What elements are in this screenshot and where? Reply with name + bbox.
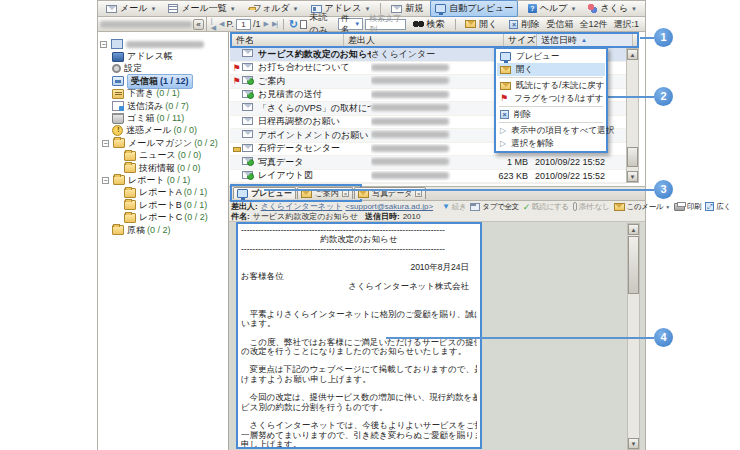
context-menu-item[interactable]: ▷ 表示中の項目をすべて選択	[497, 124, 605, 137]
scroll-up-button[interactable]: ▲	[628, 224, 639, 235]
toolbar-menu-icon	[168, 4, 178, 13]
folder-label: ニュース(0 / 0)	[139, 149, 201, 162]
search-input[interactable]: 検索文字列	[365, 19, 405, 30]
annotation-box-4: ----------------------------------------…	[236, 222, 482, 449]
last-page-button[interactable]: ▶|	[271, 20, 278, 28]
auto-preview-toggle[interactable]: 自動プレビュー	[430, 0, 518, 17]
sender-blurred	[371, 172, 449, 179]
message-row[interactable]: 写真データ 1 MB 2010/09/22 15:52	[230, 156, 626, 170]
toolbar-menu-button[interactable]: メール一覧 ▼	[163, 0, 240, 17]
folder-label: 迷惑メール(0 / 0)	[126, 124, 197, 137]
folder-label: レポートC(0 / 2)	[139, 211, 208, 224]
message-subject: 「さくらのVPS」の取材について	[258, 102, 371, 115]
page-number-input[interactable]: 1	[236, 19, 251, 30]
delete-mail-button[interactable]: × 削除	[504, 16, 544, 33]
callout-circle-1: 1	[654, 28, 673, 47]
folder-type-icon	[124, 200, 136, 210]
scroll-thumb[interactable]	[628, 236, 639, 294]
sidebar-folder-item[interactable]: レポートC(0 / 2)	[100, 211, 228, 223]
sidebar-folder-item[interactable]: ゴミ箱(0 / 11)	[100, 112, 228, 124]
message-action-button[interactable]: ▼ 続き	[442, 202, 466, 212]
message-action-icon	[470, 203, 480, 211]
new-mail-label: 新規	[405, 2, 423, 15]
sidebar-folder-item[interactable]: 受信箱(1 / 12)	[100, 75, 228, 87]
sidebar-folder-item[interactable]: レポートB(0 / 1)	[100, 199, 228, 211]
first-page-button[interactable]: |◀	[210, 17, 216, 32]
message-action-button[interactable]: ✓ 既読にする	[523, 202, 569, 212]
sidebar-folder-item[interactable]: 迷惑メール(0 / 0)	[100, 125, 228, 137]
body-line	[241, 384, 477, 393]
unread-only-checkbox[interactable]	[300, 20, 307, 29]
menu-item-label: 選択を解除	[511, 138, 554, 150]
message-action-icon: ✓	[523, 202, 530, 212]
scroll-up-button[interactable]: ▲	[627, 49, 638, 60]
body-line: ビス別の約款に分割を行うものです。	[241, 403, 477, 412]
close-tab-icon[interactable]: ×	[342, 190, 349, 197]
message-action-icon: ▼	[442, 202, 450, 211]
date-label: 送信日時:	[365, 211, 400, 222]
context-menu-item[interactable]: プレビュー	[497, 50, 605, 63]
envelope-icon	[242, 130, 253, 138]
search-button[interactable]: 検索	[408, 16, 450, 33]
sidebar-folder-item[interactable]: 原稿(0 / 2)	[100, 224, 228, 236]
sidebar-folder-item[interactable]: アドレス帳	[100, 50, 228, 62]
next-page-button[interactable]: ▶	[263, 20, 269, 28]
message-size: 1 MB	[495, 157, 531, 167]
refresh-icon[interactable]: ↻	[289, 19, 298, 30]
callout-circle-2: 2	[654, 87, 673, 106]
account-root-node[interactable]: −	[100, 38, 228, 50]
attachment-folder-icon	[233, 147, 241, 152]
scroll-thumb[interactable]	[627, 147, 638, 167]
help-menu-button[interactable]: ? ヘルプ ▼	[523, 0, 582, 17]
context-menu-item[interactable]: × 削除	[497, 108, 605, 121]
message-action-button[interactable]: タブで全文	[470, 202, 519, 212]
open-mail-icon	[465, 20, 476, 28]
close-tab-icon[interactable]: ×	[415, 190, 422, 197]
sidebar-folder-item[interactable]: ニュース(0 / 0)	[100, 150, 228, 162]
sakura-menu-button[interactable]: さくら ▼	[583, 0, 642, 17]
message-action-button[interactable]: ⤢ 広く	[705, 202, 731, 212]
context-menu-item[interactable]: ⚑ フラグをつける/はずす	[497, 92, 605, 105]
column-header-date[interactable]: 送信日時 ▲	[537, 34, 633, 46]
tree-collapse-toggle[interactable]: −	[102, 177, 109, 184]
message-action-button[interactable]: 印刷	[674, 202, 701, 212]
sidebar-collapse-button[interactable]: «	[193, 19, 203, 30]
folder-type-icon	[124, 213, 136, 223]
scroll-down-button[interactable]: ▼	[627, 171, 638, 182]
toolbar-menu-button[interactable]: フォルダ ▼	[243, 0, 304, 17]
message-action-button[interactable]: このメール ▼	[614, 202, 670, 212]
sidebar-folder-item[interactable]: レポートA(0 / 1)	[100, 187, 228, 199]
tree-collapse-toggle[interactable]: −	[100, 41, 107, 48]
menu-item-icon: ⚑	[500, 94, 509, 103]
message-subject: 写真データ	[258, 156, 371, 169]
sidebar-folder-item[interactable]: − レポート(0 / 1)	[100, 174, 228, 186]
context-menu-item[interactable]: 開く	[497, 63, 605, 76]
column-header-from[interactable]: 差出人	[344, 34, 504, 46]
body-line: さくらインターネット株式会社	[241, 282, 477, 291]
toolbar-menu-button[interactable]: メール ▼	[101, 0, 161, 17]
envelope-attachment-icon	[242, 76, 253, 84]
message-row[interactable]: レイアウト図 623 KB 2010/09/22 15:52	[230, 170, 626, 184]
scroll-down-button[interactable]: ▼	[628, 438, 639, 449]
sidebar-folder-item[interactable]: 下書き(0 / 1)	[100, 88, 228, 100]
prev-page-button[interactable]: ◀	[218, 20, 224, 28]
sidebar-folder-item[interactable]: 技術情報(0 / 0)	[100, 162, 228, 174]
message-sender	[371, 103, 495, 113]
message-action-button[interactable]: 添付:なし	[573, 202, 610, 212]
toolbar-menu-label: メール	[120, 2, 147, 15]
list-scrollbar[interactable]: ▲ ▼	[626, 48, 639, 183]
search-target-select[interactable]: 件名 ▼	[338, 18, 363, 30]
sidebar-folder-item[interactable]: 送信済み(0 / 7)	[100, 100, 228, 112]
sidebar-folder-item[interactable]: − メールマガジン(0 / 2)	[100, 137, 228, 149]
sakura-label: さくら	[600, 2, 628, 15]
open-mail-button[interactable]: 開く	[460, 16, 502, 33]
column-header-subject[interactable]: 件名	[232, 34, 344, 46]
folder-label: メールマガジン(0 / 2)	[128, 137, 218, 150]
column-header-size[interactable]: サイズ	[504, 34, 537, 46]
tree-collapse-toggle[interactable]: −	[102, 140, 109, 147]
folder-type-icon	[124, 188, 136, 198]
context-menu-item[interactable]: ▷ 選択を解除	[497, 137, 605, 150]
context-menu-item[interactable]: 既読にする/未読に戻す	[497, 79, 605, 92]
menu-item-label: 削除	[514, 109, 531, 121]
menu-item-icon	[500, 52, 511, 61]
